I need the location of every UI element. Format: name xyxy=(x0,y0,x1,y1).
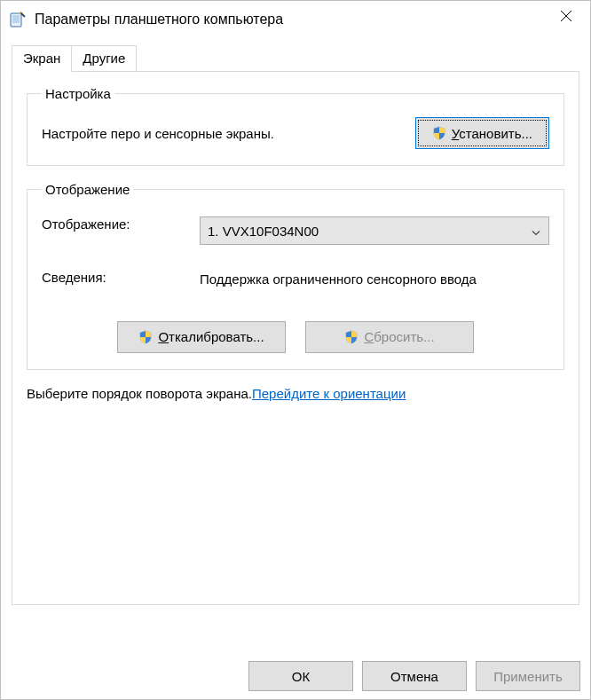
orientation-link[interactable]: Перейдите к ориентации xyxy=(252,386,406,401)
group-setup: Настройка Настройте перо и сенсорные экр… xyxy=(27,86,564,166)
ok-button[interactable]: ОК xyxy=(248,661,353,691)
dialog-footer: ОК Отмена Применить xyxy=(248,661,580,691)
cancel-button[interactable]: Отмена xyxy=(362,661,467,691)
window-title: Параметры планшетного компьютера xyxy=(35,12,283,28)
setup-button[interactable]: Установить... xyxy=(415,117,549,149)
display-select[interactable]: 1. VVX10F034N00 xyxy=(200,216,549,245)
svg-rect-1 xyxy=(12,15,20,23)
display-select-wrap: 1. VVX10F034N00 xyxy=(200,216,549,245)
reset-button-label: Сбросить... xyxy=(364,329,434,344)
setup-text: Настройте перо и сенсорные экраны. xyxy=(42,126,401,141)
tab-strip: Экран Другие xyxy=(12,45,579,72)
display-label: Отображение: xyxy=(42,216,193,232)
shield-icon xyxy=(138,330,153,344)
calibrate-button-label: Откалибровать... xyxy=(158,329,264,344)
reset-button: Сбросить... xyxy=(305,321,474,353)
info-value: Поддержка ограниченного сенсорного ввода xyxy=(200,270,549,289)
app-icon xyxy=(8,10,28,29)
tab-panel-screen: Настройка Настройте перо и сенсорные экр… xyxy=(12,71,579,605)
orientation-line: Выберите порядок поворота экрана.Перейди… xyxy=(27,386,564,401)
tab-screen[interactable]: Экран xyxy=(12,45,72,72)
apply-button: Применить xyxy=(476,661,580,691)
shield-icon xyxy=(344,330,359,344)
close-button[interactable] xyxy=(546,2,587,30)
titlebar: Параметры планшетного компьютера xyxy=(1,1,590,38)
group-setup-legend: Настройка xyxy=(42,86,114,101)
group-display-legend: Отображение xyxy=(42,182,133,197)
calibrate-button[interactable]: Откалибровать... xyxy=(117,321,286,353)
tab-other[interactable]: Другие xyxy=(72,45,137,72)
setup-button-label: Установить... xyxy=(452,126,532,141)
orientation-text: Выберите порядок поворота экрана. xyxy=(27,386,252,401)
group-display: Отображение Отображение: 1. VVX10F034N00… xyxy=(27,182,564,370)
info-label: Сведения: xyxy=(42,270,193,285)
shield-icon xyxy=(432,126,446,140)
